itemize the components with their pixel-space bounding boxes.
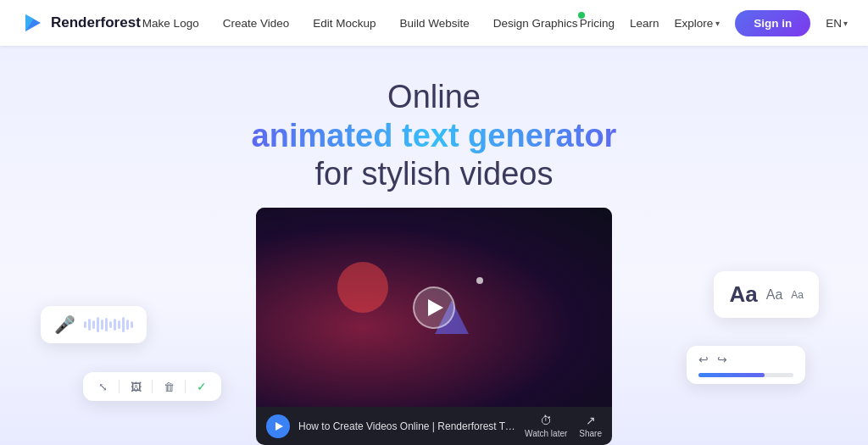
audio-card: 🎤 bbox=[41, 306, 147, 343]
video-play-button[interactable] bbox=[413, 286, 455, 329]
navbar: Renderforest Make Logo Create Video Edit… bbox=[0, 0, 868, 46]
share-icon: ↗ bbox=[586, 414, 596, 427]
video-decor-dot bbox=[476, 277, 483, 284]
video-bar-actions: ⏱ Watch later ↗ Share bbox=[525, 414, 602, 438]
redo-icon[interactable]: ↪ bbox=[717, 353, 727, 366]
nav-build-website[interactable]: Build Website bbox=[400, 17, 470, 30]
audio-waveform bbox=[84, 317, 133, 332]
channel-play-icon bbox=[275, 422, 283, 431]
progress-fill bbox=[698, 373, 765, 377]
nav-learn[interactable]: Learn bbox=[630, 17, 659, 30]
hero-section: Online animated text generator for styli… bbox=[0, 46, 868, 445]
nav-pricing[interactable]: Pricing bbox=[580, 17, 615, 30]
microphone-icon: 🎤 bbox=[54, 314, 75, 335]
logo[interactable]: Renderforest bbox=[20, 11, 141, 35]
signin-button[interactable]: Sign in bbox=[735, 10, 810, 36]
undo-icon[interactable]: ↩ bbox=[698, 353, 709, 366]
toolbar-card: ⤡ 🖼 🗑 ✓ bbox=[83, 372, 221, 401]
video-thumbnail[interactable] bbox=[256, 208, 612, 407]
hero-title-top: Online bbox=[387, 78, 481, 117]
arrows-row: ↩ ↪ bbox=[698, 353, 793, 366]
logo-text: Renderforest bbox=[51, 14, 141, 31]
toolbar-divider-3 bbox=[185, 380, 186, 393]
nav-explore[interactable]: Explore ▾ bbox=[674, 17, 720, 30]
font-card: Aa Aa Aa bbox=[714, 271, 819, 318]
play-icon bbox=[428, 299, 443, 316]
font-aa-small[interactable]: Aa bbox=[791, 289, 804, 301]
share-button[interactable]: ↗ Share bbox=[579, 414, 602, 438]
video-channel-icon bbox=[266, 414, 290, 438]
nav-make-logo[interactable]: Make Logo bbox=[142, 17, 199, 30]
resize-icon[interactable]: ⤡ bbox=[95, 379, 110, 394]
toolbar-divider-2 bbox=[152, 380, 153, 393]
arrows-card: ↩ ↪ bbox=[687, 346, 805, 384]
nav-right: Pricing Learn Explore ▾ Sign in EN ▾ bbox=[580, 10, 848, 36]
lang-selector[interactable]: EN ▾ bbox=[826, 17, 848, 30]
confirm-icon[interactable]: ✓ bbox=[194, 379, 209, 394]
nav-design-graphics[interactable]: Design Graphics bbox=[493, 17, 578, 30]
new-badge bbox=[578, 12, 585, 19]
toolbar-divider bbox=[119, 380, 120, 393]
watch-later-button[interactable]: ⏱ Watch later bbox=[525, 414, 567, 438]
nav-create-video[interactable]: Create Video bbox=[223, 17, 290, 30]
lang-chevron-icon: ▾ bbox=[843, 19, 848, 28]
font-aa-large[interactable]: Aa bbox=[729, 281, 757, 308]
clock-icon: ⏱ bbox=[540, 414, 552, 427]
video-bar: How to Create Videos Online | Renderfore… bbox=[256, 407, 612, 445]
video-title: How to Create Videos Online | Renderfore… bbox=[298, 420, 516, 432]
delete-icon[interactable]: 🗑 bbox=[161, 379, 176, 394]
video-decor-circle bbox=[337, 262, 388, 313]
nav-edit-mockup[interactable]: Edit Mockup bbox=[313, 17, 376, 30]
hero-title-gradient: animated text generator bbox=[252, 117, 617, 156]
progress-track bbox=[698, 373, 793, 377]
video-section: How to Create Videos Online | Renderfore… bbox=[256, 208, 612, 445]
image-icon[interactable]: 🖼 bbox=[128, 379, 143, 394]
nav-links: Make Logo Create Video Edit Mockup Build… bbox=[142, 17, 578, 30]
explore-chevron-icon: ▾ bbox=[715, 19, 720, 28]
font-aa-medium[interactable]: Aa bbox=[766, 287, 783, 303]
hero-title-bottom: for stylish videos bbox=[315, 155, 554, 194]
